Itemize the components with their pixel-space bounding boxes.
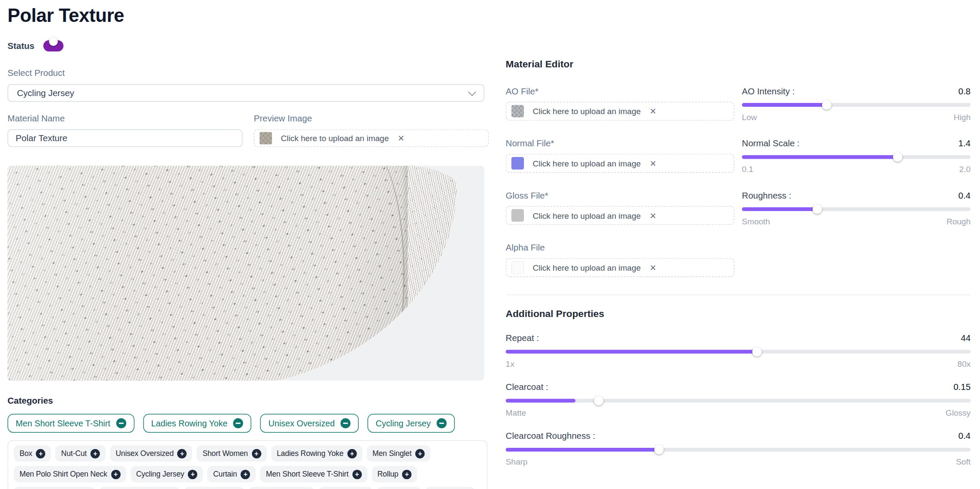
- slider-minmax: SharpSoft: [506, 457, 971, 467]
- close-icon[interactable]: ✕: [650, 263, 656, 272]
- slider-min-label: 0.1: [742, 165, 753, 174]
- plus-icon[interactable]: +: [178, 449, 187, 458]
- file-label: AO File*: [506, 86, 735, 96]
- selected-category-chip[interactable]: Unisex Oversized: [260, 414, 359, 433]
- slider-track[interactable]: [506, 399, 971, 403]
- available-category-chip[interactable]: Short Women+: [197, 445, 267, 462]
- chip-label: Short Women: [203, 449, 248, 458]
- close-icon[interactable]: ✕: [650, 211, 656, 220]
- preview-image-upload[interactable]: Click here to upload an image ✕: [254, 130, 489, 147]
- available-category-chip[interactable]: Men Singlet+: [367, 445, 430, 462]
- texture-render: [8, 166, 457, 381]
- plus-icon[interactable]: +: [36, 449, 45, 458]
- selected-category-chip[interactable]: Cycling Jersey: [367, 414, 454, 433]
- status-label: Status: [8, 41, 35, 51]
- available-category-chip[interactable]: Curtain+: [208, 466, 256, 482]
- slider: AO Intensity :0.8LowHigh: [742, 86, 971, 122]
- available-category-chip[interactable]: Apparel+: [425, 487, 475, 489]
- preview-thumbnail: [260, 132, 272, 144]
- material-file-row: Alpha FileClick here to upload an image✕: [506, 242, 971, 277]
- available-category-chip[interactable]: Cycling Flag+: [248, 487, 314, 489]
- available-category-chip[interactable]: Pants+: [377, 487, 420, 489]
- file-upload-box[interactable]: Click here to upload an image✕: [506, 258, 735, 277]
- chip-label: Ladies Rowing Yoke: [151, 419, 227, 428]
- material-file-row: Gloss File*Click here to upload an image…: [506, 190, 971, 226]
- plus-icon[interactable]: +: [91, 449, 100, 458]
- available-category-chip[interactable]: Unisex Oversized+: [110, 445, 192, 462]
- slider-value: 0.15: [953, 382, 971, 392]
- available-category-chip[interactable]: Cycling Bib Short+: [14, 487, 95, 489]
- plus-icon[interactable]: +: [241, 469, 250, 479]
- plus-icon[interactable]: +: [415, 449, 425, 458]
- file-upload-box[interactable]: Click here to upload an image✕: [506, 102, 735, 121]
- chip-label: Cycling Jersey: [375, 419, 431, 428]
- plus-icon[interactable]: +: [111, 469, 121, 479]
- slider-track[interactable]: [742, 155, 971, 159]
- available-category-chip[interactable]: Cycling Jersey+: [130, 466, 203, 482]
- slider: Normal Scale :1.40.12.0: [742, 138, 971, 174]
- available-category-chip[interactable]: Surf Flag+: [318, 487, 373, 489]
- slider-label: Roughness :: [742, 190, 791, 200]
- close-icon[interactable]: ✕: [398, 134, 405, 142]
- material-file-row: AO File*Click here to upload an image✕AO…: [506, 86, 971, 122]
- minus-icon[interactable]: [233, 418, 243, 428]
- available-category-chip[interactable]: Box+: [14, 445, 51, 462]
- preview-upload-text: Click here to upload an image: [281, 133, 389, 143]
- close-icon[interactable]: ✕: [650, 107, 656, 115]
- upload-text: Click here to upload an image: [533, 106, 641, 116]
- slider-min-label: Sharp: [506, 457, 528, 467]
- plus-icon[interactable]: +: [251, 449, 261, 458]
- upload-column: AO File*Click here to upload an image✕: [506, 86, 735, 122]
- plus-icon[interactable]: +: [347, 449, 357, 458]
- file-upload-box[interactable]: Click here to upload an image✕: [506, 206, 735, 225]
- slider-knob[interactable]: [752, 347, 762, 356]
- slider-value: 0.4: [959, 431, 971, 441]
- chip-label: Unisex Oversized: [268, 419, 335, 428]
- chip-label: Nut-Cut: [61, 449, 87, 458]
- plus-icon[interactable]: +: [402, 469, 411, 479]
- selected-categories: Men Short Sleeve T-ShirtLadies Rowing Yo…: [8, 414, 488, 433]
- product-select[interactable]: Cycling Jersey: [8, 84, 484, 102]
- slider-max-label: High: [954, 112, 971, 122]
- available-category-chip[interactable]: Home & Interiors+: [100, 487, 180, 489]
- available-category-chip[interactable]: Sprint Flag+: [184, 487, 244, 489]
- slider-knob[interactable]: [594, 396, 603, 405]
- slider-min-label: Smooth: [742, 217, 770, 226]
- slider-knob[interactable]: [893, 152, 902, 162]
- close-icon[interactable]: ✕: [650, 159, 656, 167]
- slider-knob[interactable]: [813, 205, 822, 214]
- slider-track[interactable]: [742, 103, 971, 107]
- selected-category-chip[interactable]: Ladies Rowing Yoke: [143, 414, 251, 433]
- left-column: Polar Texture Status Select Product Cycl…: [8, 0, 488, 489]
- available-category-chip[interactable]: Nut-Cut+: [55, 445, 106, 462]
- minus-icon[interactable]: [116, 418, 126, 428]
- material-name-input[interactable]: Polar Texture: [8, 130, 243, 147]
- slider-head: Roughness :0.4: [742, 190, 971, 200]
- status-toggle[interactable]: [43, 40, 64, 51]
- slider-label: AO Intensity :: [742, 86, 795, 96]
- available-category-chip[interactable]: Men Short Sleeve T-Shirt+: [260, 466, 368, 482]
- plus-icon[interactable]: +: [188, 469, 197, 479]
- slider-minmax: LowHigh: [742, 112, 971, 122]
- slider-knob[interactable]: [822, 100, 831, 110]
- plus-icon[interactable]: +: [352, 469, 362, 479]
- slider-track[interactable]: [742, 207, 971, 211]
- selected-category-chip[interactable]: Men Short Sleeve T-Shirt: [8, 414, 134, 433]
- additional-properties-title: Additional Properties: [506, 308, 971, 320]
- slider-max-label: 2.0: [959, 165, 971, 174]
- slider-track[interactable]: [506, 350, 971, 354]
- available-category-chip[interactable]: Ladies Rowing Yoke+: [271, 445, 363, 462]
- file-upload-box[interactable]: Click here to upload an image✕: [506, 154, 735, 173]
- available-category-chip[interactable]: Men Polo Shirt Open Neck+: [14, 466, 126, 482]
- categories-label: Categories: [8, 395, 488, 405]
- material-editor-rows: AO File*Click here to upload an image✕AO…: [506, 86, 971, 277]
- minus-icon[interactable]: [340, 418, 350, 428]
- available-category-chip[interactable]: Rollup+: [372, 466, 417, 482]
- slider-head: Normal Scale :1.4: [742, 138, 971, 148]
- minus-icon[interactable]: [436, 418, 446, 428]
- slider-knob[interactable]: [654, 445, 664, 454]
- file-thumbnail: [511, 261, 524, 274]
- slider-fill: [506, 399, 576, 403]
- slider-track[interactable]: [506, 448, 971, 452]
- upload-text: Click here to upload an image: [533, 211, 641, 220]
